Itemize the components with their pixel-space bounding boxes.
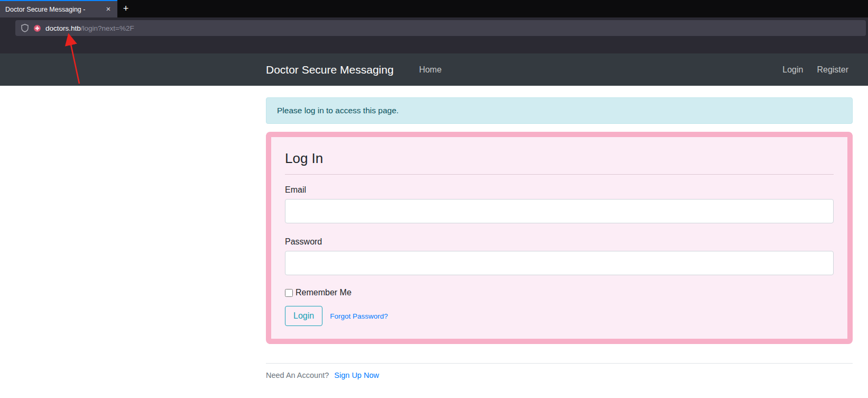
forgot-password-link[interactable]: Forgot Password?	[330, 312, 388, 320]
url-host: doctors.htb	[45, 24, 81, 32]
login-form-card: Log In Email Password Remember Me Login …	[266, 132, 853, 344]
browser-tab[interactable]: Doctor Secure Messaging - ×	[0, 0, 117, 17]
signup-link[interactable]: Sign Up Now	[334, 371, 379, 379]
shield-icon[interactable]	[21, 24, 29, 32]
site-navbar: Doctor Secure Messaging Home Login Regis…	[0, 53, 868, 86]
remember-me-checkbox[interactable]	[285, 289, 293, 297]
signup-question: Need An Account?	[266, 371, 329, 379]
new-tab-button[interactable]: +	[117, 0, 134, 17]
url-path: /login?next=%2F	[81, 24, 134, 32]
login-button[interactable]: Login	[285, 306, 322, 326]
submit-row: Login Forgot Password?	[285, 306, 834, 330]
remember-me-row: Remember Me	[285, 288, 834, 297]
url-bar[interactable]: doctors.htb/login?next=%2F	[15, 20, 866, 36]
nav-link-register[interactable]: Register	[817, 65, 848, 75]
email-field[interactable]	[285, 199, 834, 223]
password-field[interactable]	[285, 251, 834, 275]
form-title: Log In	[285, 150, 834, 175]
browser-chrome-gap	[0, 39, 868, 53]
email-form-group: Email	[285, 185, 834, 223]
tab-title: Doctor Secure Messaging -	[5, 6, 100, 13]
login-required-alert: Please log in to access this page.	[266, 97, 853, 124]
signup-footer: Need An Account?Sign Up Now	[266, 363, 853, 379]
nav-link-home[interactable]: Home	[419, 65, 442, 75]
email-label: Email	[285, 185, 834, 195]
url-text: doctors.htb/login?next=%2F	[45, 24, 134, 32]
password-form-group: Password	[285, 237, 834, 275]
nav-link-login[interactable]: Login	[782, 65, 803, 75]
remember-me-label: Remember Me	[296, 288, 352, 297]
site-favicon	[33, 24, 41, 32]
browser-toolbar: doctors.htb/login?next=%2F	[0, 17, 868, 39]
browser-tab-bar: Doctor Secure Messaging - × +	[0, 0, 868, 17]
navbar-brand[interactable]: Doctor Secure Messaging	[266, 64, 394, 76]
password-label: Password	[285, 237, 834, 247]
close-tab-icon[interactable]: ×	[104, 5, 113, 14]
main-container: Please log in to access this page. Log I…	[266, 97, 853, 379]
